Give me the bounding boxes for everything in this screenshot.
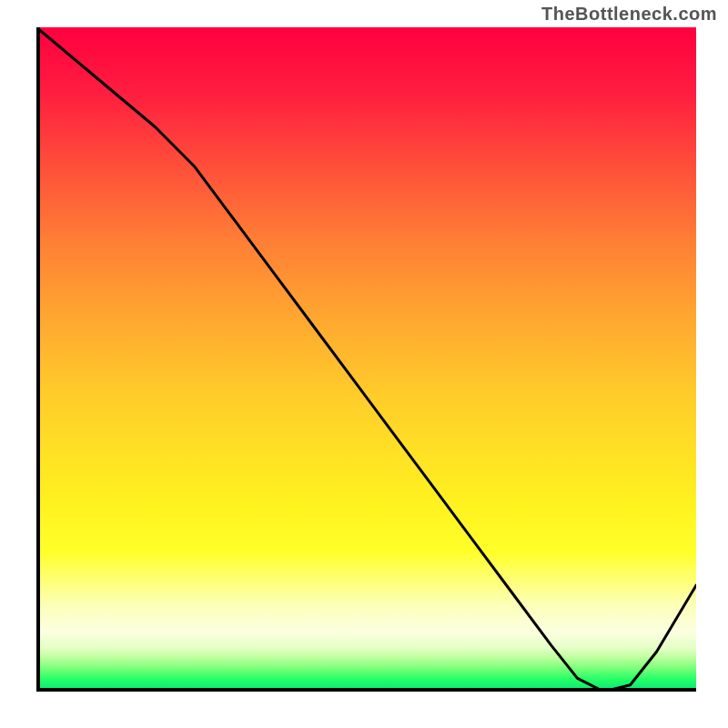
plot-area bbox=[36, 27, 696, 692]
range-marker bbox=[551, 688, 618, 692]
chart-container: TheBottleneck.com bbox=[0, 0, 728, 728]
watermark-text: TheBottleneck.com bbox=[541, 4, 717, 25]
curve-layer bbox=[36, 27, 696, 692]
curve-path bbox=[36, 27, 696, 692]
